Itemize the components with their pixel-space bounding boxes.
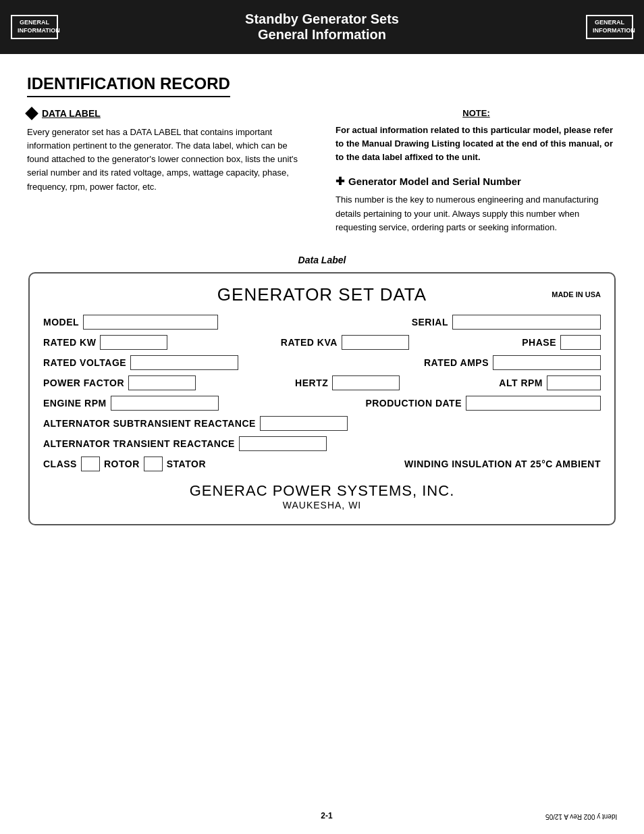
class-label: CLASS bbox=[43, 459, 77, 469]
stator-label: STATOR bbox=[167, 459, 206, 469]
data-label-form: GENERATOR SET DATA MADE IN USA MODEL SER… bbox=[28, 272, 616, 525]
dl-row-kw-kva-phase: RATED KW RATED KVA PHASE bbox=[43, 335, 601, 350]
rated-kw-field bbox=[100, 335, 167, 350]
model-field bbox=[83, 315, 218, 330]
page-footer: 2-1 Ident y 002 Rev A 12/05 bbox=[0, 811, 644, 820]
dl-company-location: WAUKESHA, WI bbox=[43, 500, 601, 511]
dl-made-in-usa: MADE IN USA bbox=[547, 290, 601, 298]
diamond-icon bbox=[25, 107, 38, 120]
cross-icon: ✚ bbox=[336, 175, 344, 188]
rated-voltage-field bbox=[130, 355, 238, 370]
rotor-label: ROTOR bbox=[104, 459, 140, 469]
dl-main-title: GENERATOR SET DATA bbox=[97, 284, 547, 305]
power-factor-field bbox=[128, 375, 196, 390]
page-title: IDENTIFICATION RECORD bbox=[27, 74, 230, 97]
dl-title-row: GENERATOR SET DATA MADE IN USA bbox=[43, 284, 601, 305]
note-body: For actual information related to this p… bbox=[336, 124, 617, 164]
dl-row-alt-trans: ALTERNATOR TRANSIENT REACTANCE bbox=[43, 436, 601, 451]
left-column: DATA LABEL Every generator set has a DAT… bbox=[27, 108, 308, 234]
dl-row-pf-hertz-altrpm: POWER FACTOR HERTZ ALT RPM bbox=[43, 375, 601, 390]
gen-model-heading: ✚ Generator Model and Serial Number bbox=[336, 175, 617, 188]
footer-doc-id: Ident y 002 Rev A 12/05 bbox=[545, 811, 617, 820]
dl-row-alt-subtrans: ALTERNATOR SUBTRANSIENT REACTANCE bbox=[43, 416, 601, 431]
rated-kva-field bbox=[342, 335, 409, 350]
alt-rpm-field bbox=[547, 375, 601, 390]
serial-label: SERIAL bbox=[412, 317, 448, 328]
data-label-heading: DATA LABEL bbox=[27, 108, 308, 119]
dl-company: GENERAC POWER SYSTEMS, INC. WAUKESHA, WI bbox=[43, 482, 601, 511]
alt-trans-label: ALTERNATOR TRANSIENT REACTANCE bbox=[43, 438, 235, 449]
production-date-field bbox=[466, 396, 601, 411]
data-label-caption: Data Label bbox=[27, 255, 617, 265]
gen-model-body: This number is the key to numerous engin… bbox=[336, 193, 617, 234]
page-header: GENERAL INFORMATION Standby Generator Se… bbox=[0, 0, 644, 54]
right-column: NOTE: For actual information related to … bbox=[336, 108, 617, 234]
alt-rpm-label: ALT RPM bbox=[499, 377, 543, 388]
dl-company-name: GENERAC POWER SYSTEMS, INC. bbox=[43, 482, 601, 500]
serial-field bbox=[452, 315, 601, 330]
phase-field bbox=[560, 335, 601, 350]
alt-trans-field bbox=[239, 436, 327, 451]
two-column-layout: DATA LABEL Every generator set has a DAT… bbox=[27, 108, 617, 234]
rated-kva-label: RATED KVA bbox=[281, 337, 338, 348]
class-field bbox=[81, 457, 100, 471]
rotor-field bbox=[144, 457, 163, 471]
dl-row-model-serial: MODEL SERIAL bbox=[43, 315, 601, 330]
note-heading: NOTE: bbox=[336, 108, 617, 118]
engine-rpm-field bbox=[111, 396, 219, 411]
header-logo-right: GENERAL INFORMATION bbox=[586, 15, 633, 38]
dl-row-enginerpm-proddate: ENGINE RPM PRODUCTION DATE bbox=[43, 396, 601, 411]
power-factor-label: POWER FACTOR bbox=[43, 377, 124, 388]
dl-row-class-rotor-stator: CLASS ROTOR STATOR WINDING INSULATION AT… bbox=[43, 457, 601, 471]
footer-page-number: 2-1 bbox=[108, 811, 545, 820]
hertz-label: HERTZ bbox=[295, 377, 328, 388]
rated-amps-label: RATED AMPS bbox=[424, 357, 489, 368]
rated-voltage-label: RATED VOLTAGE bbox=[43, 357, 126, 368]
dl-row-voltage-amps: RATED VOLTAGE RATED AMPS bbox=[43, 355, 601, 370]
production-date-label: PRODUCTION DATE bbox=[365, 398, 462, 409]
engine-rpm-label: ENGINE RPM bbox=[43, 398, 107, 409]
data-label-body: Every generator set has a DATA LABEL tha… bbox=[27, 126, 308, 194]
model-label: MODEL bbox=[43, 317, 79, 328]
rated-kw-label: RATED KW bbox=[43, 337, 96, 348]
header-logo-left: GENERAL INFORMATION bbox=[11, 15, 58, 38]
header-title: Standby Generator Sets General Informati… bbox=[58, 11, 586, 43]
alt-subtrans-label: ALTERNATOR SUBTRANSIENT REACTANCE bbox=[43, 418, 256, 429]
hertz-field bbox=[332, 375, 400, 390]
alt-subtrans-field bbox=[260, 416, 348, 431]
winding-label: WINDING INSULATION AT 25°C AMBIENT bbox=[404, 459, 601, 469]
main-content: IDENTIFICATION RECORD DATA LABEL Every g… bbox=[0, 54, 644, 539]
phase-label: PHASE bbox=[522, 337, 556, 348]
rated-amps-field bbox=[493, 355, 601, 370]
